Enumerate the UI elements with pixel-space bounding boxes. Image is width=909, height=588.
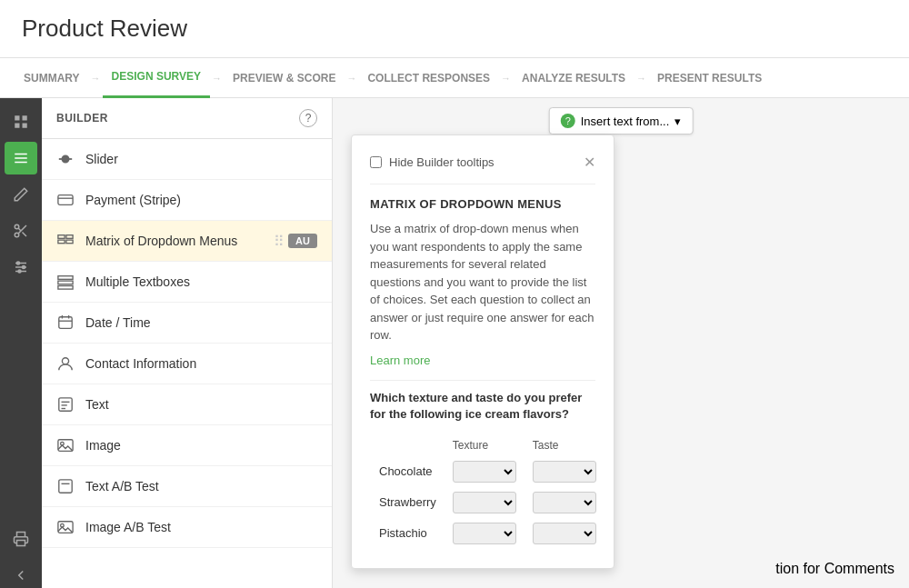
table-row-strawberry: Strawberry xyxy=(372,488,604,517)
slider-icon xyxy=(56,150,75,168)
page-title: Product Review xyxy=(22,15,887,43)
matrix-dropdown-icon xyxy=(56,232,75,250)
builder-item-image-ab-label: Image A/B Test xyxy=(85,520,317,534)
builder-item-payment[interactable]: Payment (Stripe) xyxy=(42,180,332,221)
chocolate-texture-select[interactable] xyxy=(453,461,516,483)
taste-col-header: Taste xyxy=(525,435,604,455)
builder-item-image-ab-test[interactable]: Image A/B Test xyxy=(42,507,332,548)
builder-item-multiple-textboxes-label: Multiple Textboxes xyxy=(85,274,317,289)
chocolate-taste-select[interactable] xyxy=(533,461,596,483)
builder-item-matrix-label: Matrix of Dropdown Menus xyxy=(85,234,270,248)
svg-rect-22 xyxy=(58,195,73,205)
sidebar-icon-scissors[interactable] xyxy=(5,214,37,247)
chocolate-texture-cell xyxy=(445,457,524,486)
sidebar-icon-print[interactable] xyxy=(5,523,37,555)
builder-panel: BUILDER ? Slider Payment (Stripe) Matrix… xyxy=(42,98,333,588)
strawberry-label: Strawberry xyxy=(372,488,444,517)
sidebar-icon-adjust[interactable] xyxy=(5,251,37,284)
tooltip-close-button[interactable]: ✕ xyxy=(584,154,595,171)
builder-item-text-label: Text xyxy=(85,397,317,412)
hide-tooltips-checkbox[interactable] xyxy=(370,156,382,168)
nav-arrow-1: → xyxy=(91,73,101,84)
chocolate-label: Chocolate xyxy=(372,457,444,486)
drag-handle-icon[interactable]: ⠿ xyxy=(274,233,285,250)
text-ab-icon xyxy=(56,477,75,495)
svg-rect-2 xyxy=(15,124,19,128)
text-icon xyxy=(56,395,75,414)
builder-item-slider-label: Slider xyxy=(85,152,317,166)
insert-text-button[interactable]: ? Insert text from... ▾ xyxy=(549,107,694,135)
svg-rect-6 xyxy=(15,162,27,164)
sidebar-icon-grid[interactable] xyxy=(5,105,37,138)
strawberry-taste-cell xyxy=(525,488,604,517)
builder-item-date-time[interactable]: Date / Time xyxy=(42,303,332,344)
strawberry-texture-select[interactable] xyxy=(453,492,516,513)
sidebar-icon-chevron-left[interactable] xyxy=(5,559,37,588)
builder-item-slider[interactable]: Slider xyxy=(42,139,332,180)
nav-item-analyze-results[interactable]: ANALYZE RESULTS xyxy=(513,58,634,98)
tooltip-divider-2 xyxy=(370,380,595,381)
builder-help-icon[interactable]: ? xyxy=(299,109,317,127)
svg-point-17 xyxy=(18,270,21,273)
svg-rect-0 xyxy=(15,115,19,120)
tooltip-section-title: MATRIX OF DROPDOWN MENUS xyxy=(370,197,595,211)
strawberry-texture-cell xyxy=(445,488,524,517)
insert-text-icon: ? xyxy=(561,114,575,128)
tooltip-divider-1 xyxy=(370,184,595,184)
multiple-textboxes-icon xyxy=(56,273,75,291)
nav-item-summary[interactable]: SUMMARY xyxy=(15,58,89,98)
svg-line-10 xyxy=(23,233,27,237)
pistachio-label: Pistachio xyxy=(372,519,444,548)
svg-rect-42 xyxy=(59,480,72,493)
nav-item-present-results[interactable]: PRESENT RESULTS xyxy=(648,58,771,98)
builder-item-text[interactable]: Text xyxy=(42,384,332,425)
pistachio-texture-cell xyxy=(445,519,524,548)
contact-icon xyxy=(56,354,75,373)
nav-arrow-3: → xyxy=(346,73,356,84)
svg-rect-26 xyxy=(58,240,65,244)
builder-item-text-ab-label: Text A/B Test xyxy=(85,479,317,493)
tooltip-description: Use a matrix of drop-down menus when you… xyxy=(370,220,595,344)
pistachio-texture-select[interactable] xyxy=(453,523,516,544)
insert-text-label: Insert text from... xyxy=(581,115,670,128)
svg-rect-3 xyxy=(23,124,27,128)
builder-item-matrix-dropdown[interactable]: Matrix of Dropdown Menus ⠿ AU xyxy=(42,221,332,262)
learn-more-link[interactable]: Learn more xyxy=(370,354,595,367)
builder-item-multiple-textboxes[interactable]: Multiple Textboxes xyxy=(42,262,332,303)
sidebar-icon-pencil[interactable] xyxy=(5,178,37,211)
hide-builder-tooltips-row[interactable]: Hide Builder tooltips ✕ xyxy=(370,154,595,171)
builder-item-image-label: Image xyxy=(85,438,317,453)
flavor-col-header xyxy=(372,435,444,455)
add-to-survey-btn[interactable]: AU xyxy=(288,234,317,248)
image-icon xyxy=(56,436,75,454)
svg-point-15 xyxy=(17,262,20,264)
datetime-icon xyxy=(56,314,75,332)
nav-arrow-4: → xyxy=(501,73,511,84)
pistachio-taste-select[interactable] xyxy=(533,523,596,544)
builder-item-image[interactable]: Image xyxy=(42,425,332,466)
chocolate-taste-cell xyxy=(525,457,604,486)
nav-item-design-survey[interactable]: DESIGN SURVEY xyxy=(103,58,210,98)
nav-item-collect-responses[interactable]: COLLECT RESPONSES xyxy=(358,58,499,98)
content-area: ? Insert text from... ▾ Hide Builder too… xyxy=(333,98,909,588)
svg-rect-18 xyxy=(17,541,25,546)
bottom-label: tion for Comments xyxy=(775,561,894,577)
nav-arrow-5: → xyxy=(636,73,646,84)
builder-item-text-ab-test[interactable]: Text A/B Test xyxy=(42,466,332,507)
builder-item-contact-label: Contact Information xyxy=(85,356,317,371)
svg-rect-30 xyxy=(58,286,73,290)
strawberry-taste-select[interactable] xyxy=(533,492,596,513)
svg-rect-24 xyxy=(58,235,65,239)
svg-point-35 xyxy=(62,358,68,364)
top-nav: SUMMARY → DESIGN SURVEY → PREVIEW & SCOR… xyxy=(0,58,909,98)
builder-item-payment-label: Payment (Stripe) xyxy=(85,193,317,207)
hide-tooltips-label[interactable]: Hide Builder tooltips xyxy=(389,155,494,169)
tooltip-example-question: Which texture and taste do you prefer fo… xyxy=(370,390,595,423)
builder-item-contact-info[interactable]: Contact Information xyxy=(42,344,332,384)
image-ab-icon xyxy=(56,518,75,536)
sidebar-icon-builder[interactable] xyxy=(5,142,37,174)
nav-item-preview-score[interactable]: PREVIEW & SCORE xyxy=(224,58,345,98)
builder-header: BUILDER ? xyxy=(42,98,332,139)
svg-rect-28 xyxy=(58,276,73,280)
svg-point-19 xyxy=(62,155,68,162)
